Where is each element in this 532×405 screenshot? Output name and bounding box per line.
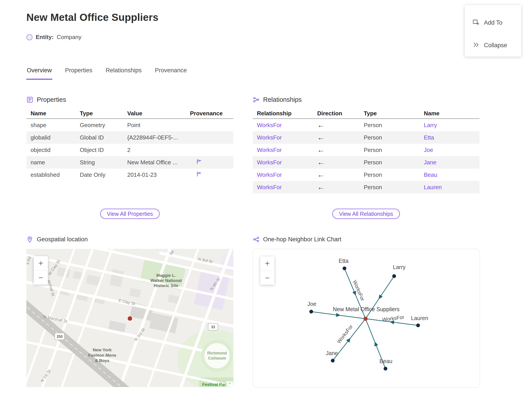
relationships-section-header: Relationships <box>253 95 302 104</box>
graph-node-lauren[interactable] <box>416 324 420 327</box>
map[interactable]: 25033 k RdW Clay StSaN 3rd StN 4th StE C… <box>26 249 233 387</box>
direction-arrow: ← <box>317 146 325 154</box>
relationship-link[interactable]: WorksFor <box>257 134 282 141</box>
property-value-cell: Point <box>127 119 190 131</box>
relationship-row: WorksFor←PersonLarry <box>253 119 479 131</box>
map-canvas[interactable]: 25033 k RdW Clay StSaN 3rd StN 4th StE C… <box>26 249 233 387</box>
graph-node-etta[interactable] <box>343 267 346 270</box>
relationship-cell: WorksFor <box>253 156 317 169</box>
tabs: OverviewPropertiesRelationshipsProvenanc… <box>26 67 187 80</box>
add-to-button[interactable]: Add To <box>465 14 521 31</box>
direction-cell: ← <box>317 119 364 131</box>
property-provenance-cell <box>190 156 233 169</box>
edge-label: WorksFor <box>336 324 354 344</box>
map-label: & Boys <box>95 358 109 363</box>
map-zoom-in-button[interactable]: + <box>34 256 48 270</box>
link-chart-section-title: One-hop Neighbor Link Chart <box>263 236 341 243</box>
link-chart-canvas[interactable]: WorksForWorksForWorksForEttaLarryJoeLaur… <box>253 249 480 387</box>
name-cell: Beau <box>424 169 479 181</box>
graph-node-label: Joe <box>307 301 316 307</box>
property-type-cell: Global ID <box>80 131 127 144</box>
property-name-cell: shape <box>26 119 80 131</box>
view-all-relationships-button[interactable]: View All Relationships <box>332 209 400 219</box>
entity-link[interactable]: Etta <box>424 134 434 141</box>
name-cell: Etta <box>424 131 479 144</box>
direction-cell: ← <box>317 181 364 193</box>
graph-center-node[interactable] <box>364 317 368 321</box>
direction-arrow: ← <box>317 121 325 129</box>
properties-section-title: Properties <box>37 96 66 103</box>
provenance-flag-icon[interactable] <box>196 171 202 177</box>
direction-arrow: ← <box>317 183 325 191</box>
map-zoom-out-button[interactable]: − <box>34 270 48 284</box>
map-marker[interactable] <box>128 316 132 321</box>
graph-node-label: Beau <box>379 358 392 364</box>
relationship-link[interactable]: WorksFor <box>257 159 282 166</box>
relationship-link[interactable]: WorksFor <box>257 147 282 153</box>
entity-type-row: Entity: Company <box>26 34 81 40</box>
view-all-properties-button[interactable]: View All Properties <box>100 209 160 219</box>
collapse-double-chevron-icon <box>472 41 479 49</box>
property-row: objectidObject ID2 <box>26 144 233 156</box>
tab-overview[interactable]: Overview <box>26 67 52 80</box>
link-chart-icon <box>253 236 259 243</box>
column-header: Direction <box>317 108 364 119</box>
entity-value: Company <box>57 34 81 40</box>
edge-arrowhead <box>336 313 340 317</box>
entity-details-page: New Metal Office Suppliers Entity: Compa… <box>0 0 532 405</box>
property-row: establishedDate Only2014-01-23 <box>26 169 233 181</box>
relationship-cell: WorksFor <box>253 144 317 156</box>
type-cell: Person <box>364 169 424 181</box>
graph-node-jane[interactable] <box>331 359 335 363</box>
relationship-cell: WorksFor <box>253 119 317 131</box>
entity-link[interactable]: Beau <box>424 171 437 178</box>
collapse-label: Collapse <box>484 42 507 49</box>
relationship-cell: WorksFor <box>253 181 317 193</box>
relationships-icon <box>253 96 259 103</box>
relationship-link[interactable]: WorksFor <box>257 184 282 190</box>
entity-link[interactable]: Jane <box>424 159 436 166</box>
entity-link[interactable]: Larry <box>424 122 437 128</box>
map-label: Walker National <box>150 278 182 283</box>
map-attribution-toggle[interactable]: ^ <box>226 381 233 387</box>
direction-cell: ← <box>317 156 364 169</box>
relationship-link[interactable]: WorksFor <box>257 171 282 178</box>
property-provenance-cell <box>190 169 233 181</box>
tab-relationships[interactable]: Relationships <box>105 67 142 80</box>
provenance-flag-icon[interactable] <box>196 159 202 165</box>
graph-node-joe[interactable] <box>309 310 313 314</box>
entity-link[interactable]: Joe <box>424 147 433 153</box>
map-label: Historic Site <box>154 283 179 288</box>
relationships-header-row: RelationshipDirectionTypeName <box>253 108 479 119</box>
chart-zoom-in-button[interactable]: + <box>260 256 274 270</box>
graph-node-larry[interactable] <box>392 274 396 278</box>
relationship-cell: WorksFor <box>253 169 317 181</box>
property-type-cell: Object ID <box>80 144 127 156</box>
property-value-cell: New Metal Office ... <box>127 156 190 169</box>
page-title: New Metal Office Suppliers <box>26 12 159 23</box>
collapse-button[interactable]: Collapse <box>465 37 521 54</box>
name-cell: Joe <box>424 144 479 156</box>
column-header: Name <box>26 108 80 119</box>
tab-properties[interactable]: Properties <box>65 67 93 80</box>
map-coliseum <box>201 340 233 372</box>
route-shield-label: 250 <box>57 335 63 338</box>
entity-type-icon <box>26 34 33 40</box>
chart-zoom-out-button[interactable]: − <box>260 270 274 285</box>
name-cell: Larry <box>424 119 479 131</box>
type-cell: Person <box>364 144 424 156</box>
property-name-cell: objectid <box>26 144 80 156</box>
name-cell: Lauren <box>424 181 479 193</box>
entity-link[interactable]: Lauren <box>424 184 442 190</box>
graph-node-beau[interactable] <box>384 367 387 371</box>
direction-cell: ← <box>317 144 364 156</box>
map-zoom-control: + − <box>34 256 48 284</box>
actions-menu: Add To Collapse <box>465 5 521 57</box>
chart-zoom-control: + − <box>260 256 274 285</box>
property-provenance-cell <box>190 131 233 144</box>
property-value-cell: {A228944F-0EF5-... <box>127 131 190 144</box>
tab-provenance[interactable]: Provenance <box>154 67 187 80</box>
direction-arrow: ← <box>317 158 325 166</box>
relationship-link[interactable]: WorksFor <box>257 122 282 128</box>
relationships-table: RelationshipDirectionTypeName WorksFor←P… <box>253 108 479 193</box>
